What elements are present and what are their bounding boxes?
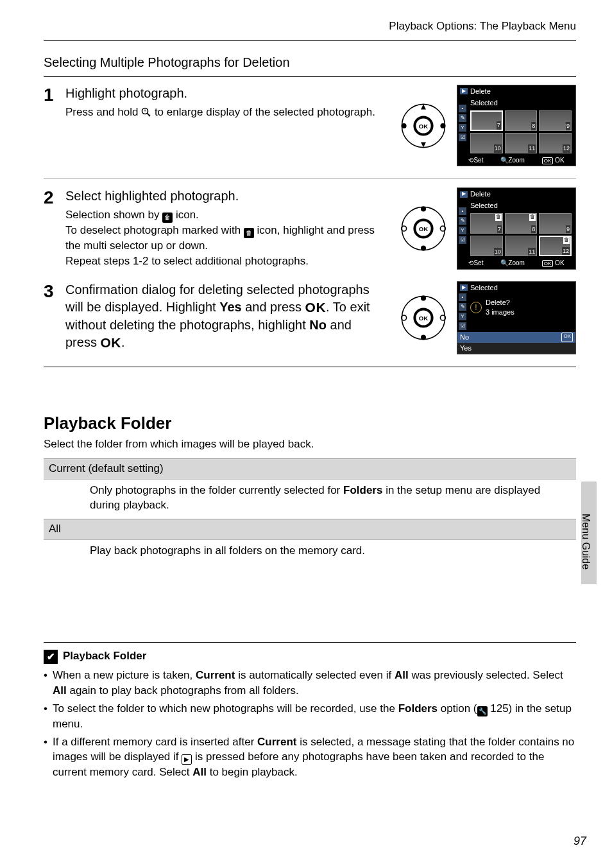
thumbnail: 🗑7 (470, 213, 503, 234)
camera-screen: ▶Delete Selected •✎Y☑ 🗑7 🗑8 9 10 11 🗑12 … (457, 187, 576, 269)
option-no: NoOK (457, 332, 575, 343)
warning-icon: ! (470, 302, 482, 313)
ok-button-inline: OK (100, 335, 121, 350)
multi-selector-icon: OK (398, 292, 449, 343)
foot-set: Set (473, 259, 483, 266)
svg-line-1 (148, 113, 151, 116)
lcd-title: Selected (470, 283, 498, 293)
note-block: ✔ Playback Folder When a new picture is … (44, 642, 576, 780)
svg-marker-7 (421, 142, 426, 147)
section-title: Playback Folder (44, 412, 576, 435)
lcd-subtitle: Selected (457, 200, 575, 212)
side-label: Menu Guide (579, 514, 593, 569)
thumb-num: 7 (497, 121, 501, 129)
note-item: If a different memory card is inserted a… (44, 734, 576, 781)
marked-icon: 🗑 (529, 214, 536, 221)
foot-zoom: Zoom (508, 157, 525, 164)
thumbnail: 9 (539, 110, 572, 131)
thumbnail: 🗑8 (505, 213, 538, 234)
step-number: 3 (44, 281, 59, 300)
thumbnail: 9 (539, 213, 572, 234)
svg-point-9 (440, 123, 445, 128)
thumb-num: 9 (566, 225, 570, 233)
lcd-title: Delete (470, 189, 491, 199)
section-intro: Select the folder from which images will… (44, 437, 576, 452)
thumbnail: 🗑12 (539, 236, 572, 256)
lcd-subtitle: Selected (457, 98, 575, 109)
step-title: Highlight photograph. (65, 85, 386, 102)
magnify-icon: + (141, 107, 151, 122)
multi-selector-icon: OK (398, 203, 449, 254)
option-body-all: Play back photographs in all folders on … (44, 539, 576, 565)
note-list: When a new picture is taken, Current is … (44, 668, 576, 780)
thumb-num: 8 (531, 122, 536, 130)
step-3: 3 Confirmation dialog for deleting selec… (44, 281, 576, 355)
step-text: Repeat steps 1-2 to select additional ph… (65, 254, 386, 269)
text-fragment: Only photographs in the folder currently… (90, 484, 343, 496)
thumb-num: 10 (494, 144, 502, 152)
note-title-text: Playback Folder (63, 649, 146, 664)
text-fragment: . (121, 335, 125, 349)
ok-badge-icon: OK (561, 333, 573, 342)
camera-screen-confirm: ▶Selected •✎Y☑ ! Delete? 3 images NoOK Y… (457, 281, 576, 354)
bold-text: No (309, 318, 327, 332)
thumb-num: 7 (497, 225, 502, 233)
thumb-num: 9 (566, 122, 570, 130)
svg-point-8 (402, 123, 407, 128)
step-number: 1 (44, 85, 59, 104)
section-rule (44, 76, 576, 77)
play-icon: ▶ (182, 754, 192, 765)
thumbnail: 8 (505, 110, 538, 131)
svg-marker-6 (421, 104, 426, 109)
option-header-current: Current (default setting) (44, 458, 576, 479)
play-icon: ▶ (460, 88, 468, 94)
note-item: To select the folder to which new photog… (44, 701, 576, 732)
svg-text:OK: OK (419, 123, 428, 130)
lcd-sidebar: •✎Y☑ (459, 105, 466, 141)
thumbnail: 11 (505, 133, 538, 153)
foot-ok: OK (555, 259, 564, 266)
text-fragment: To deselect photograph marked with (65, 224, 244, 236)
text-fragment: Press and hold (65, 106, 141, 118)
thumbnail-grid: 7 8 9 10 11 12 (457, 109, 575, 155)
lcd-footer: ⟲Set 🔍Zoom OK OK (457, 257, 575, 269)
svg-text:OK: OK (419, 225, 428, 232)
thumbnail: 10 (470, 236, 503, 256)
play-icon: ▶ (460, 284, 468, 291)
bold-text: Folders (343, 484, 382, 496)
note-item: When a new picture is taken, Current is … (44, 668, 576, 699)
svg-point-14 (421, 246, 426, 251)
thumbnail-grid: 🗑7 🗑8 9 10 11 🗑12 (457, 212, 575, 257)
foot-set: Set (473, 157, 483, 164)
play-icon: ▶ (460, 191, 468, 198)
header-rule (44, 40, 576, 41)
thumbnail: 11 (505, 236, 538, 256)
svg-point-20 (421, 296, 426, 301)
confirm-count: 3 images (486, 308, 514, 317)
trash-icon: 🗑 (162, 213, 173, 223)
trash-icon: 🗑 (244, 228, 254, 238)
multi-selector-icon: OK (398, 100, 449, 152)
lcd-sidebar: •✎Y☑ (459, 293, 466, 330)
bold-text: Yes (219, 300, 241, 314)
marked-icon: 🗑 (495, 214, 502, 221)
marked-icon: 🗑 (563, 237, 570, 244)
svg-text:+: + (144, 108, 146, 113)
step-1: 1 Highlight photograph. Press and hold +… (44, 85, 576, 166)
section-subtitle: Selecting Multiple Photographs for Delet… (44, 54, 576, 71)
foot-ok: OK (555, 157, 564, 164)
thumb-num: 11 (528, 248, 536, 256)
thumb-num: 12 (563, 144, 570, 152)
thumb-num: 10 (494, 248, 502, 256)
option-yes: Yes (457, 343, 575, 354)
option-header-all: All (44, 519, 576, 539)
wrench-icon: 🔧 (477, 706, 488, 716)
text-fragment: icon. (176, 209, 199, 221)
lcd-footer: ⟲Set 🔍Zoom OK OK (457, 155, 575, 166)
section-end-rule (44, 367, 576, 367)
step-text: To deselect photograph marked with 🗑 ico… (65, 223, 386, 254)
thumbnail: 10 (470, 133, 503, 153)
step-2: 2 Select highlighted photograph. Selecti… (44, 187, 576, 269)
thumbnail: 7 (470, 110, 503, 131)
ok-button-inline: OK (305, 300, 327, 315)
